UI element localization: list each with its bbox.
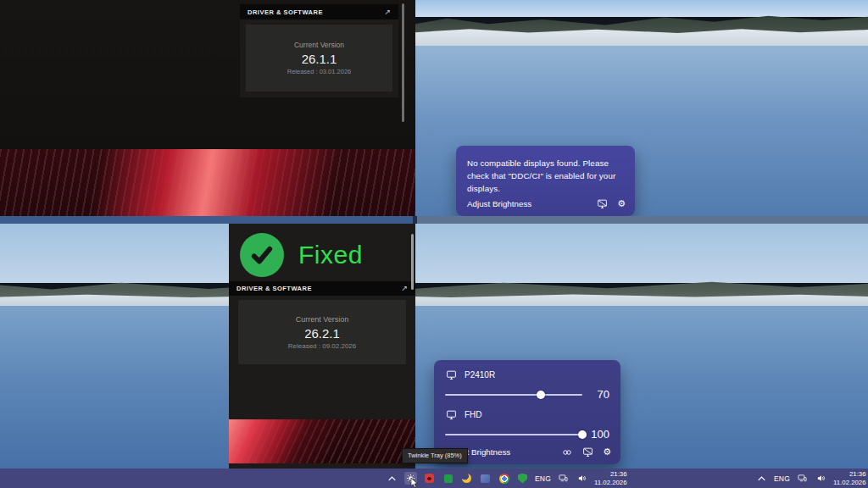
- language-indicator[interactable]: ENG: [774, 474, 790, 483]
- monitor-name: P2410R: [465, 370, 495, 380]
- clock-date: 11.02.2026: [594, 479, 626, 487]
- network-display-icon[interactable]: [796, 472, 809, 485]
- external-link-icon[interactable]: ↗: [384, 8, 391, 16]
- clock[interactable]: 21:36 11.02.2026: [833, 470, 865, 486]
- clock[interactable]: 21:36 11.02.2026: [594, 470, 626, 486]
- driver-card-body: Current Version 26.2.1 Released : 09.02.…: [238, 300, 406, 364]
- taskbar: ENG 21:36 11.02.2026 ENG: [0, 469, 868, 488]
- moon-app-tray-icon[interactable]: [460, 472, 473, 485]
- twinkle-tray-icon[interactable]: [404, 472, 417, 485]
- amd-red-ribbon-banner: [0, 149, 415, 216]
- wallpaper-sky: [0, 224, 868, 283]
- desktop-wallpaper-top: No compatible displays found. Please che…: [415, 0, 868, 216]
- monitor-name: FHD: [465, 410, 482, 419]
- slider-thumb[interactable]: [578, 430, 587, 439]
- settings-gear-icon[interactable]: ⚙: [603, 447, 611, 457]
- adjust-brightness-label: Adjust Brightness: [467, 199, 531, 208]
- system-tray-secondary: ENG 21:36 11.02.2026: [755, 469, 868, 488]
- current-version-label: Current Version: [294, 41, 344, 49]
- check-circle-icon: [240, 233, 284, 277]
- slider-track[interactable]: [445, 394, 582, 396]
- brightness-slider[interactable]: [445, 391, 582, 399]
- driver-card-body: Current Version 26.1.1 Released : 03.01.…: [246, 25, 392, 92]
- mouse-cursor: [410, 478, 419, 488]
- slider-thumb[interactable]: [537, 391, 545, 399]
- driver-card-header: DRIVER & SOFTWARE ↗: [240, 4, 398, 19]
- scrollbar[interactable]: [411, 234, 414, 290]
- twinkle-tray-error-flyout: No compatible displays found. Please che…: [456, 146, 635, 216]
- settings-gear-icon[interactable]: ⚙: [617, 199, 626, 208]
- monitor-row-label: P2410R: [445, 369, 609, 380]
- scrollbar[interactable]: [402, 3, 404, 122]
- external-link-icon[interactable]: ↗: [401, 285, 408, 292]
- monitor-icon: [445, 369, 458, 380]
- monitor-icon: [445, 409, 458, 420]
- fixed-label: Fixed: [298, 241, 363, 269]
- chrome-tray-icon[interactable]: [498, 472, 510, 485]
- slider-track[interactable]: [445, 434, 582, 435]
- current-version-label: Current Version: [296, 315, 349, 324]
- clock-time: 21:36: [594, 470, 626, 479]
- system-tray-primary: ENG 21:36 11.02.2026: [386, 469, 626, 488]
- network-display-icon[interactable]: [557, 472, 570, 485]
- driver-software-card-before: DRIVER & SOFTWARE ↗ Current Version 26.1…: [240, 4, 398, 97]
- driver-card-title: DRIVER & SOFTWARE: [236, 285, 312, 292]
- chevron-up-icon[interactable]: [755, 472, 768, 485]
- monitor-row-label: FHD: [445, 409, 609, 420]
- volume-icon[interactable]: [815, 472, 827, 485]
- clock-date: 11.02.2026: [833, 479, 865, 487]
- driver-card-title: DRIVER & SOFTWARE: [248, 8, 323, 16]
- released-date: Released : 03.01.2026: [287, 68, 351, 75]
- amd-window-before: DRIVER & SOFTWARE ↗ Current Version 26.1…: [0, 0, 415, 216]
- released-date: Released : 09.02.2026: [288, 342, 357, 350]
- screenshot-root: DRIVER & SOFTWARE ↗ Current Version 26.1…: [0, 0, 868, 488]
- link-monitors-icon[interactable]: [561, 447, 573, 458]
- amd-red-ribbon-banner: [229, 419, 415, 463]
- fixed-banner: Fixed: [240, 233, 363, 277]
- chevron-up-icon[interactable]: [386, 472, 398, 485]
- version-value: 26.2.1: [304, 326, 340, 341]
- driver-software-card-after: DRIVER & SOFTWARE ↗ Current Version 26.2…: [229, 281, 415, 364]
- twinkle-tray-tooltip: Twinkle Tray (85%): [402, 448, 468, 463]
- error-message: No compatible displays found. Please che…: [467, 157, 624, 196]
- amd-tray-icon[interactable]: [423, 472, 436, 485]
- driver-card-header: DRIVER & SOFTWARE ↗: [229, 281, 415, 296]
- antivirus-shield-icon[interactable]: [516, 472, 529, 485]
- amd-window-after: Fixed DRIVER & SOFTWARE ↗ Current Versio…: [229, 224, 415, 469]
- green-app-tray-icon[interactable]: [442, 472, 454, 485]
- wallpaper-sky: [415, 0, 868, 17]
- display-off-icon[interactable]: [582, 446, 593, 458]
- display-off-icon[interactable]: [597, 198, 608, 209]
- brightness-value: 70: [582, 388, 609, 401]
- version-value: 26.1.1: [302, 52, 337, 66]
- blue-app-tray-icon[interactable]: [479, 472, 492, 485]
- clock-time: 21:36: [833, 470, 865, 479]
- volume-icon[interactable]: [576, 472, 588, 485]
- language-indicator[interactable]: ENG: [535, 474, 551, 483]
- capture-divider: [0, 216, 868, 224]
- brightness-slider[interactable]: [445, 430, 582, 439]
